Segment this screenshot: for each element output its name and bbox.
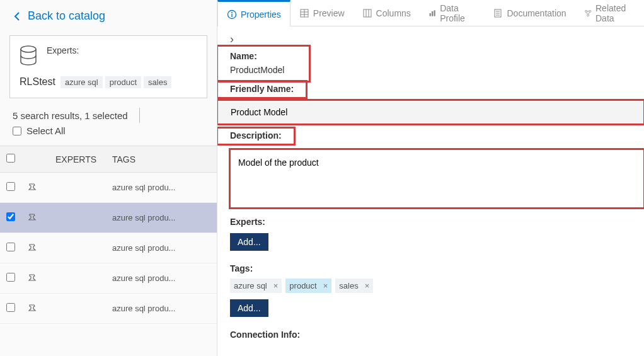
friendly-name-block: Friendly Name: — [217, 81, 644, 124]
tab-columns[interactable]: Columns — [354, 0, 420, 26]
connection-info-label: Connection Info: — [217, 321, 644, 342]
info-icon — [227, 9, 237, 20]
select-all-label: Select All — [26, 125, 66, 136]
description-block: Description: — [217, 124, 644, 208]
name-value: ProductModel — [230, 64, 297, 76]
description-input[interactable] — [231, 150, 643, 205]
tag-remove-icon[interactable]: × — [273, 281, 279, 290]
pin-icon[interactable] — [28, 212, 38, 222]
row-tags: azure sql produ... — [106, 203, 217, 233]
bar-chart-icon — [428, 8, 436, 18]
tab-columns-label: Columns — [376, 8, 411, 18]
description-label: Description: — [230, 130, 282, 141]
pin-icon[interactable] — [28, 272, 38, 282]
svg-point-0 — [21, 46, 36, 52]
arrow-left-icon — [13, 11, 23, 21]
tab-related-data[interactable]: Related Data — [575, 0, 644, 26]
back-to-catalog-link[interactable]: Back to catalog — [0, 0, 217, 26]
tag-editor: azure sql×product×sales× — [217, 276, 644, 296]
tab-properties-label: Properties — [241, 9, 281, 20]
tag-remove-icon[interactable]: × — [365, 281, 370, 290]
card-tag[interactable]: product — [105, 76, 141, 88]
columns-icon — [362, 8, 372, 18]
right-panel: Properties Preview Columns Data Profile … — [217, 0, 644, 356]
tag-chip-label: azure sql — [234, 281, 267, 290]
tab-related-data-label: Related Data — [595, 3, 635, 23]
card-tags: azure sql product sales — [60, 76, 171, 88]
tag-chip[interactable]: azure sql× — [230, 278, 282, 293]
collapse-toggle[interactable]: › — [217, 33, 644, 46]
friendly-name-label: Friendly Name: — [230, 84, 294, 94]
document-icon — [493, 8, 503, 18]
row-tags: azure sql produ... — [106, 233, 217, 263]
svg-rect-13 — [434, 10, 435, 16]
pin-icon[interactable] — [28, 181, 38, 192]
row-checkbox[interactable] — [6, 212, 15, 221]
row-tags: azure sql produ... — [106, 294, 217, 324]
row-checkbox[interactable] — [6, 273, 15, 282]
card-experts-label: Experts: — [47, 45, 79, 55]
add-expert-button[interactable]: Add... — [230, 233, 268, 251]
related-data-icon — [584, 8, 592, 18]
row-checkbox[interactable] — [6, 303, 15, 312]
select-all-row[interactable]: Select All — [0, 123, 217, 146]
pin-icon[interactable] — [28, 302, 38, 313]
svg-rect-11 — [429, 13, 430, 16]
tag-chip[interactable]: sales× — [335, 278, 373, 293]
database-icon — [20, 45, 37, 67]
tag-chip-label: product — [289, 281, 316, 290]
table-row[interactable]: azure sql produ... — [0, 203, 217, 233]
results-table: EXPERTS TAGS azure sql produ...azure sql… — [0, 146, 217, 324]
catalog-card: Experts: RLStest azure sql product sales — [9, 35, 207, 98]
table-row[interactable]: azure sql produ... — [0, 233, 217, 263]
tags-label: Tags: — [217, 255, 644, 276]
tab-data-profile-label: Data Profile — [440, 3, 475, 23]
row-checkbox[interactable] — [6, 243, 15, 251]
select-all-checkbox[interactable] — [13, 127, 21, 135]
row-tags: azure sql produ... — [106, 263, 217, 294]
tag-chip-label: sales — [339, 281, 358, 290]
tag-remove-icon[interactable]: × — [323, 281, 328, 290]
row-tags: azure sql produ... — [106, 173, 217, 203]
tab-data-profile[interactable]: Data Profile — [420, 0, 485, 26]
svg-point-18 — [585, 10, 587, 12]
tab-properties[interactable]: Properties — [217, 0, 290, 26]
table-row[interactable]: azure sql produ... — [0, 263, 217, 294]
col-tags[interactable]: TAGS — [106, 146, 217, 173]
svg-point-19 — [589, 10, 590, 12]
card-tag[interactable]: azure sql — [60, 76, 103, 88]
add-tag-button[interactable]: Add... — [230, 299, 268, 317]
name-block: Name: ProductModel — [217, 46, 309, 81]
tab-preview-label: Preview — [313, 8, 345, 18]
col-experts[interactable]: EXPERTS — [49, 146, 106, 173]
svg-point-2 — [231, 12, 233, 13]
back-link-label: Back to catalog — [28, 9, 105, 23]
header-checkbox[interactable] — [6, 154, 15, 163]
left-panel: Back to catalog Experts: RLStest azure s… — [0, 0, 217, 356]
tab-bar: Properties Preview Columns Data Profile … — [217, 0, 644, 26]
card-tag[interactable]: sales — [144, 76, 171, 88]
experts-label: Experts: — [217, 208, 644, 229]
table-row[interactable]: azure sql produ... — [0, 173, 217, 203]
grid-icon — [299, 8, 309, 18]
card-name: RLStest — [20, 76, 55, 88]
svg-rect-8 — [364, 9, 371, 17]
properties-content: › Name: ProductModel Friendly Name: Desc… — [217, 26, 644, 356]
tab-preview[interactable]: Preview — [290, 0, 354, 26]
tab-documentation-label: Documentation — [507, 8, 566, 18]
pin-icon[interactable] — [28, 242, 38, 252]
friendly-name-input[interactable] — [218, 101, 643, 123]
name-label: Name: — [230, 49, 297, 64]
separator — [139, 108, 140, 123]
svg-rect-3 — [231, 14, 232, 17]
table-row[interactable]: azure sql produ... — [0, 294, 217, 324]
svg-point-20 — [587, 14, 589, 16]
search-summary: 5 search results, 1 selected — [13, 110, 128, 121]
svg-rect-12 — [432, 11, 433, 16]
tab-documentation[interactable]: Documentation — [484, 0, 575, 26]
tag-chip[interactable]: product× — [285, 278, 331, 293]
row-checkbox[interactable] — [6, 182, 15, 191]
